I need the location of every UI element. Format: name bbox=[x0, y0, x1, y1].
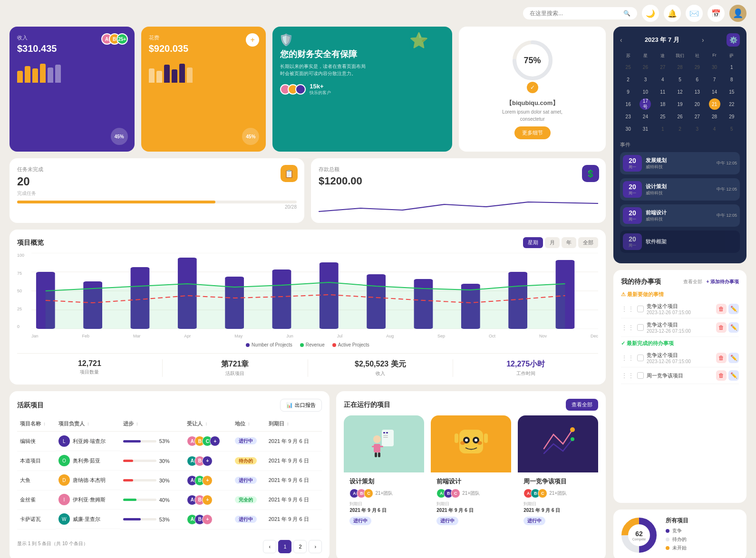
cal-day-5[interactable]: 5 bbox=[674, 74, 686, 85]
todo-delete-4[interactable]: 🗑 bbox=[716, 370, 727, 381]
cal-next-btn[interactable]: › bbox=[702, 36, 704, 44]
cal-day-10[interactable]: 10 bbox=[640, 86, 651, 97]
col-name[interactable]: 项目名称 ↕ bbox=[17, 416, 56, 432]
cal-day-19[interactable]: 19 bbox=[674, 98, 686, 110]
tab-week[interactable]: 星期 bbox=[523, 237, 543, 248]
mail-icon[interactable]: ✉️ bbox=[686, 5, 703, 22]
cal-day-3b[interactable]: 3 bbox=[691, 123, 703, 135]
cal-day-30[interactable]: 30 bbox=[709, 61, 720, 73]
page-2-btn[interactable]: 2 bbox=[293, 540, 307, 553]
todo-check-3[interactable] bbox=[637, 355, 644, 361]
todo-edit-3[interactable]: ✏️ bbox=[728, 353, 739, 363]
cal-day-27[interactable]: 27 bbox=[657, 61, 669, 73]
calendar-icon[interactable]: 📅 bbox=[708, 5, 725, 22]
page-1-btn[interactable]: 1 bbox=[278, 540, 291, 553]
team-count-3: 21+团队 bbox=[549, 490, 567, 497]
drag-handle-1[interactable]: ⋮⋮ bbox=[621, 305, 634, 313]
running-status-2: 进行中 bbox=[436, 517, 458, 525]
stat-num-hours: 12,275小时 bbox=[453, 359, 598, 369]
drag-handle-2[interactable]: ⋮⋮ bbox=[621, 324, 634, 331]
cal-day-9[interactable]: 9 bbox=[622, 86, 634, 97]
todo-edit-4[interactable]: ✏️ bbox=[728, 370, 739, 381]
cal-day-12[interactable]: 12 bbox=[674, 86, 686, 97]
export-label: 出口报告 bbox=[295, 402, 316, 409]
cal-day-8[interactable]: 8 bbox=[726, 74, 737, 85]
moon-icon[interactable]: 🌙 bbox=[642, 5, 659, 22]
next-page-btn[interactable]: › bbox=[309, 540, 322, 553]
search-input[interactable] bbox=[530, 10, 620, 17]
col-assignee[interactable]: 受让人 ↕ bbox=[184, 416, 232, 432]
table-row: 大鱼 D 唐纳德·本杰明 30% bbox=[17, 471, 322, 490]
cal-settings-btn[interactable]: ⚙️ bbox=[727, 33, 740, 47]
todo-delete-3[interactable]: 🗑 bbox=[716, 353, 727, 363]
cal-day-29[interactable]: 29 bbox=[691, 61, 703, 73]
cal-day-26b[interactable]: 26 bbox=[674, 111, 686, 122]
cal-day-3[interactable]: 3 bbox=[640, 74, 651, 85]
col-status[interactable]: 地位 ↕ bbox=[232, 416, 266, 432]
cal-day-22[interactable]: 22 bbox=[726, 98, 737, 110]
cal-day-14[interactable]: 14 bbox=[709, 86, 720, 97]
cal-day-1[interactable]: 1 bbox=[726, 61, 737, 73]
bell-icon[interactable]: 🔔 bbox=[664, 5, 681, 22]
cal-day-28[interactable]: 28 bbox=[674, 61, 686, 73]
task-label: 任务未完成 bbox=[17, 166, 297, 173]
tab-month[interactable]: 月 bbox=[545, 237, 560, 248]
todo-check-4[interactable] bbox=[637, 372, 644, 379]
tab-year[interactable]: 年 bbox=[562, 237, 576, 248]
search-box[interactable]: 🔍 bbox=[523, 7, 637, 19]
cal-day-25b[interactable]: 25 bbox=[657, 111, 669, 122]
mini-progress-fill bbox=[123, 518, 141, 520]
tab-all[interactable]: 全部 bbox=[578, 237, 598, 248]
cal-day-16[interactable]: 16 bbox=[622, 98, 634, 110]
prev-page-btn[interactable]: ‹ bbox=[263, 540, 276, 553]
cal-day-31[interactable]: 31 bbox=[640, 123, 651, 135]
todo-delete-2[interactable]: 🗑 bbox=[716, 322, 727, 333]
col-manager[interactable]: 项目负责人 ↕ bbox=[56, 416, 120, 432]
progress-pct: 30% bbox=[159, 478, 170, 483]
cal-day-4b[interactable]: 4 bbox=[709, 123, 720, 135]
cal-day-21-today[interactable]: 21 bbox=[709, 98, 720, 110]
todo-view-all[interactable]: 查看全部 bbox=[683, 279, 702, 285]
todo-edit-2[interactable]: ✏️ bbox=[728, 322, 739, 333]
cal-prev-btn[interactable]: ‹ bbox=[620, 36, 622, 44]
todo-add-btn[interactable]: + 添加待办事项 bbox=[706, 279, 739, 285]
cal-day-18[interactable]: 18 bbox=[657, 98, 669, 110]
cal-day-15[interactable]: 15 bbox=[726, 86, 737, 97]
col-due[interactable]: 到期日 ↕ bbox=[266, 416, 322, 432]
cal-day-4[interactable]: 4 bbox=[657, 74, 669, 85]
cal-day-11[interactable]: 11 bbox=[657, 86, 669, 97]
cal-day-23[interactable]: 23 bbox=[622, 111, 634, 122]
drag-handle-4[interactable]: ⋮⋮ bbox=[621, 372, 634, 379]
cal-day-1b[interactable]: 1 bbox=[657, 123, 669, 135]
user-avatar[interactable]: 👤 bbox=[729, 5, 746, 22]
drag-handle-3[interactable]: ⋮⋮ bbox=[621, 354, 634, 362]
project-meta-3: A B C 21+团队 bbox=[523, 489, 592, 498]
todo-check-1[interactable] bbox=[637, 306, 644, 312]
cal-day-5b[interactable]: 5 bbox=[726, 123, 737, 135]
donut-legend-pending: 待办的 bbox=[666, 536, 740, 543]
todo-delete-1[interactable]: 🗑 bbox=[716, 304, 727, 314]
cal-day-24[interactable]: 24 bbox=[640, 111, 651, 122]
cal-day-17[interactable]: 17号 bbox=[640, 98, 651, 110]
more-details-button[interactable]: 更多细节 bbox=[514, 126, 551, 139]
cal-day-6[interactable]: 6 bbox=[691, 74, 703, 85]
view-all-button[interactable]: 查看全部 bbox=[566, 399, 598, 411]
export-button[interactable]: 📊 出口报告 bbox=[280, 399, 322, 412]
cal-day-20[interactable]: 20 bbox=[691, 98, 703, 110]
legend-label-revenue: Revenue bbox=[306, 342, 325, 347]
todo-edit-1[interactable]: ✏️ bbox=[728, 304, 739, 314]
cal-day-2b[interactable]: 2 bbox=[674, 123, 686, 135]
todo-check-2[interactable] bbox=[637, 324, 644, 331]
cal-day-30b[interactable]: 30 bbox=[622, 123, 634, 135]
cal-day-2[interactable]: 2 bbox=[622, 74, 634, 85]
cal-day-28b[interactable]: 28 bbox=[709, 111, 720, 122]
cal-day-13[interactable]: 13 bbox=[691, 86, 703, 97]
col-progress[interactable]: 进步 ↕ bbox=[120, 416, 184, 432]
project-overview-header: 项目概览 星期 月 年 全部 bbox=[17, 237, 598, 248]
cal-day-27b[interactable]: 27 bbox=[691, 111, 703, 122]
donut-text-pending: 待办的 bbox=[672, 536, 687, 543]
cal-day-25[interactable]: 25 bbox=[622, 61, 634, 73]
cal-day-7[interactable]: 7 bbox=[709, 74, 720, 85]
cal-day-29b[interactable]: 29 bbox=[726, 111, 737, 122]
cal-day-26[interactable]: 26 bbox=[640, 61, 651, 73]
